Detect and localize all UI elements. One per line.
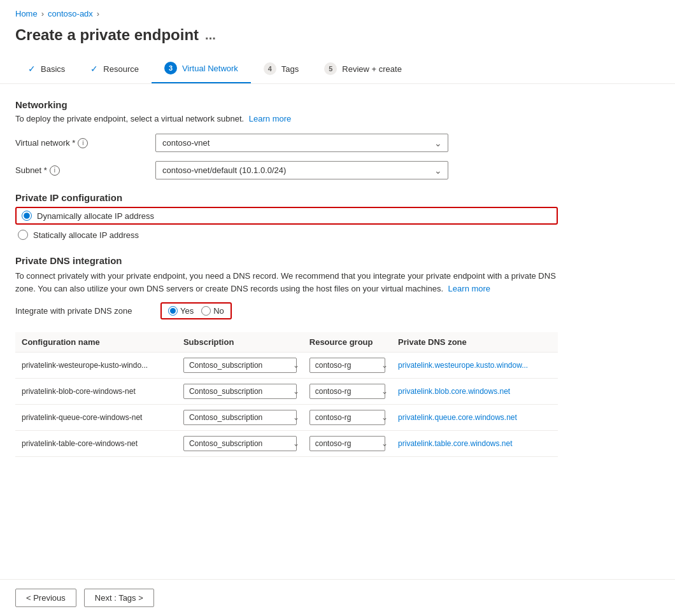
col-config-name: Configuration name [15, 332, 177, 353]
subscription-cell-1[interactable]: Contoso_subscription [177, 379, 303, 405]
resource-group-cell-2[interactable]: contoso-rg [303, 405, 392, 431]
check-icon-resource: ✓ [90, 64, 98, 74]
integrate-no-label: No [213, 306, 224, 316]
dns-title: Private DNS integration [15, 255, 558, 266]
subnet-info-icon[interactable]: i [50, 165, 60, 176]
networking-desc: To deploy the private endpoint, select a… [15, 114, 558, 123]
check-icon-basics: ✓ [28, 64, 36, 74]
dns-zone-3: privatelink.table.core.windows.net [392, 431, 558, 457]
subnet-select[interactable]: contoso-vnet/default (10.1.0.0/24) [155, 161, 448, 179]
tab-basics[interactable]: ✓ Basics [15, 56, 78, 81]
networking-learn-more[interactable]: Learn more [249, 114, 291, 123]
networking-section: Networking To deploy the private endpoin… [15, 99, 558, 179]
resource-group-select-1[interactable]: contoso-rg [309, 384, 385, 399]
tab-resource-label: Resource [103, 64, 139, 74]
integrate-no-radio[interactable] [201, 306, 211, 316]
dns-zone-1: privatelink.blob.core.windows.net [392, 379, 558, 405]
resource-group-select-3[interactable]: contoso-rg [309, 436, 385, 451]
integrate-yes-radio[interactable] [168, 306, 178, 316]
dns-section: Private DNS integration To connect priva… [15, 255, 558, 457]
resource-group-cell-3[interactable]: contoso-rg [303, 431, 392, 457]
main-content: Networking To deploy the private endpoin… [0, 84, 573, 472]
tab-resource[interactable]: ✓ Resource [78, 56, 152, 81]
subnet-select-wrapper: contoso-vnet/default (10.1.0.0/24) [155, 161, 448, 179]
integrate-yes-option[interactable]: Yes [168, 306, 194, 316]
virtual-network-select[interactable]: contoso-vnet [155, 134, 448, 152]
dns-desc: To connect privately with your private e… [15, 270, 558, 295]
dns-table-header: Configuration name Subscription Resource… [15, 332, 558, 353]
integrate-row: Integrate with private DNS zone Yes No [15, 302, 558, 319]
ip-config-radio-group: Dynamically allocate IP address Statical… [15, 207, 558, 240]
subscription-cell-0[interactable]: Contoso_subscription [177, 353, 303, 379]
dynamic-ip-label: Dynamically allocate IP address [37, 211, 154, 221]
virtual-network-info-icon[interactable]: i [78, 138, 88, 148]
integrate-label: Integrate with private DNS zone [15, 306, 155, 316]
dns-learn-more[interactable]: Learn more [448, 284, 490, 293]
dns-zone-0: privatelink.westeurope.kusto.window... [392, 353, 558, 379]
col-dns-zone: Private DNS zone [392, 332, 558, 353]
breadcrumb-home[interactable]: Home [15, 9, 38, 18]
subnet-row: Subnet * i contoso-vnet/default (10.1.0.… [15, 161, 558, 179]
col-subscription: Subscription [177, 332, 303, 353]
tab-tags[interactable]: 4 Tags [251, 55, 311, 83]
integrate-no-option[interactable]: No [201, 306, 224, 316]
tab-review-create[interactable]: 5 Review + create [311, 55, 415, 83]
subscription-cell-3[interactable]: Contoso_subscription [177, 431, 303, 457]
virtual-network-label: Virtual network * i [15, 138, 155, 148]
subscription-select-3[interactable]: Contoso_subscription [183, 436, 297, 451]
dns-table-row: privatelink-queue-core-windows-net Conto… [15, 405, 558, 431]
virtual-network-row: Virtual network * i contoso-vnet [15, 134, 558, 152]
breadcrumb-resource[interactable]: contoso-adx [48, 9, 93, 18]
subnet-label: Subnet * i [15, 165, 155, 176]
wizard-tabs: ✓ Basics ✓ Resource 3 Virtual Network 4 … [0, 54, 675, 84]
tab-virtual-network-label: Virtual Network [182, 64, 238, 73]
tab-basics-label: Basics [41, 64, 65, 74]
subscription-select-2[interactable]: Contoso_subscription [183, 410, 297, 425]
dns-table-row: privatelink-blob-core-windows-net Contos… [15, 379, 558, 405]
dns-table-row: privatelink-westeurope-kusto-windo... Co… [15, 353, 558, 379]
breadcrumb: Home › contoso-adx › [0, 0, 675, 24]
ip-config-section: Private IP configuration Dynamically all… [15, 192, 558, 240]
integrate-yes-label: Yes [180, 306, 194, 316]
dynamic-ip-radio[interactable] [22, 211, 32, 221]
static-ip-label: Statically allocate IP address [33, 230, 139, 240]
resource-group-select-0[interactable]: contoso-rg [309, 358, 385, 373]
dns-table: Configuration name Subscription Resource… [15, 332, 558, 457]
networking-title: Networking [15, 99, 558, 110]
dns-table-row: privatelink-table-core-windows-net Conto… [15, 431, 558, 457]
tab-virtual-network[interactable]: 3 Virtual Network [152, 54, 251, 83]
ip-config-title: Private IP configuration [15, 192, 558, 203]
config-name-3: privatelink-table-core-windows-net [15, 431, 177, 457]
tab-tags-label: Tags [281, 64, 299, 74]
dynamic-ip-option[interactable]: Dynamically allocate IP address [15, 207, 558, 225]
tab-num-tags: 4 [264, 62, 276, 75]
config-name-2: privatelink-queue-core-windows-net [15, 405, 177, 431]
tab-num-vnet: 3 [164, 62, 177, 74]
static-ip-radio[interactable] [18, 230, 28, 240]
page-title: Create a private endpoint ... [0, 24, 675, 54]
config-name-0: privatelink-westeurope-kusto-windo... [15, 353, 177, 379]
resource-group-cell-0[interactable]: contoso-rg [303, 353, 392, 379]
col-resource-group: Resource group [303, 332, 392, 353]
resource-group-select-2[interactable]: contoso-rg [309, 410, 385, 425]
virtual-network-dropdown[interactable]: contoso-vnet [155, 134, 448, 152]
tab-num-review: 5 [324, 62, 337, 75]
config-name-1: privatelink-blob-core-windows-net [15, 379, 177, 405]
dns-zone-2: privatelink.queue.core.windows.net [392, 405, 558, 431]
subscription-cell-2[interactable]: Contoso_subscription [177, 405, 303, 431]
page-title-dots: ... [205, 28, 216, 43]
tab-review-create-label: Review + create [342, 64, 402, 74]
subscription-select-1[interactable]: Contoso_subscription [183, 384, 297, 399]
subnet-dropdown[interactable]: contoso-vnet/default (10.1.0.0/24) [155, 161, 448, 179]
virtual-network-select-wrapper: contoso-vnet [155, 134, 448, 152]
resource-group-cell-1[interactable]: contoso-rg [303, 379, 392, 405]
integrate-radios: Yes No [160, 302, 232, 319]
static-ip-option[interactable]: Statically allocate IP address [15, 230, 558, 240]
subscription-select-0[interactable]: Contoso_subscription [183, 358, 297, 373]
